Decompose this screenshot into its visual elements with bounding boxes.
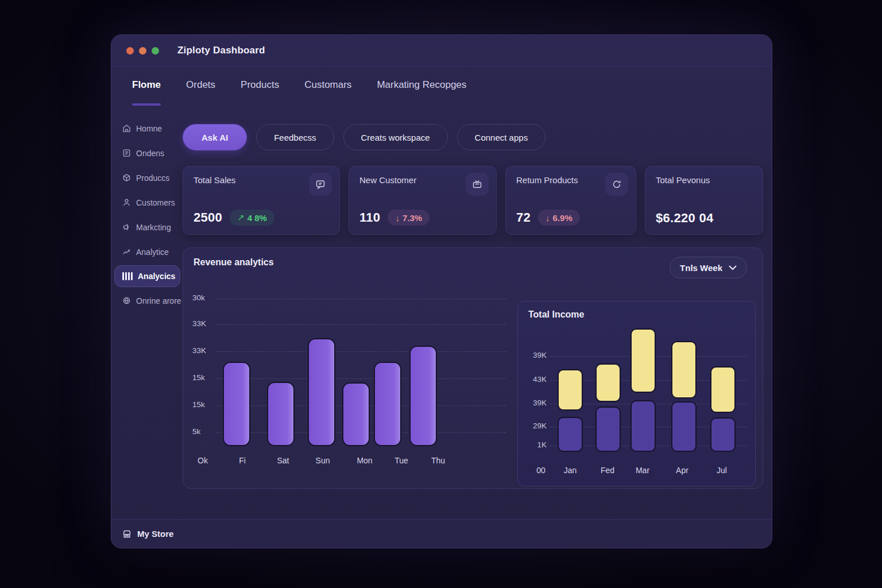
gridline	[216, 378, 506, 379]
y-axis-tick: 30k	[192, 293, 205, 302]
minimize-window-button[interactable]	[139, 47, 146, 55]
app-window: Ziploty Dashboard Flome Ordets Products …	[111, 34, 772, 548]
feedback-button[interactable]: Feedbecss	[256, 124, 334, 150]
stat-value: 72	[516, 210, 531, 225]
create-workspace-button[interactable]: Creats workspace	[343, 124, 448, 150]
stat-title: Total Pevonus	[656, 175, 752, 185]
sidebar-item-label: Onrine arore	[136, 296, 181, 305]
arrow-up-icon: ↗	[237, 212, 245, 223]
time-range-dropdown[interactable]: Tnls Week	[670, 257, 747, 278]
trend-badge: ↓6.9%	[538, 210, 580, 226]
stat-card-total-sales: Total Sales 2500 ↗4 8%	[183, 166, 340, 235]
revenue-bar	[308, 338, 335, 446]
y-axis-tick: 39K	[529, 399, 547, 407]
total-income-card: Total Income 39K43K39K29K1K00JanFedMarAp…	[517, 301, 756, 486]
sidebar-item-orders[interactable]: Ondens	[111, 141, 183, 165]
income-range-chart: 39K43K39K29K1K00JanFedMarAprJul	[518, 301, 755, 486]
time-range-value: Tnls Week	[680, 263, 722, 273]
gridline	[216, 351, 506, 352]
stat-icon-bubble[interactable]	[309, 173, 332, 196]
y-axis-tick: 39K	[529, 351, 547, 359]
y-axis-tick: 15k	[192, 373, 205, 382]
arrow-down-icon: ↓	[546, 213, 550, 223]
sidebar-item-label: Analytice	[136, 247, 169, 257]
titlebar: Ziploty Dashboard	[111, 35, 772, 67]
income-bar-lower	[595, 407, 621, 452]
x-axis-label: Mar	[636, 466, 649, 475]
gridline	[216, 299, 506, 299]
x-axis-label: Fi	[239, 456, 246, 465]
sidebar-item-customers[interactable]: Customers	[111, 190, 183, 215]
revenue-bar	[342, 382, 370, 446]
y-axis-tick: 33K	[192, 346, 206, 355]
y-axis-tick: 43K	[529, 375, 547, 384]
x-axis-label: Thu	[431, 456, 445, 465]
store-name: My Store	[137, 529, 173, 539]
connect-apps-button[interactable]: Connect apps	[457, 124, 546, 150]
main-content: Ask AI Feedbecss Creats workspace Connec…	[183, 107, 772, 520]
y-axis-tick: 15k	[192, 400, 205, 409]
chevron-down-icon	[729, 265, 737, 270]
sidebar-item-marketing[interactable]: Markcting	[111, 215, 183, 239]
y-axis-tick: 29K	[529, 421, 547, 430]
message-icon	[315, 179, 326, 189]
sidebar-item-analytice[interactable]: Analytice	[111, 239, 183, 264]
sidebar-item-analytics[interactable]: Analycics	[114, 265, 180, 287]
x-axis-label: Apr	[676, 466, 688, 475]
nav-item-marketing[interactable]: Markating Recopges	[377, 79, 466, 107]
nav-item-home[interactable]: Flome	[132, 79, 161, 107]
store-footer[interactable]: My Store	[111, 519, 772, 548]
income-bar-upper	[710, 366, 736, 413]
x-axis-label: Sat	[277, 456, 289, 465]
trend-badge: ↓7.3%	[388, 210, 430, 226]
user-icon	[122, 198, 131, 207]
stats-row: Total Sales 2500 ↗4 8% New Customer	[183, 166, 763, 235]
stat-card-return-products: Retum Products 72 ↓6.9%	[505, 166, 636, 235]
sidebar-item-label: Ondens	[136, 149, 164, 158]
x-axis-label: Sun	[316, 456, 330, 465]
arrow-down-icon: ↓	[395, 213, 400, 223]
orders-icon	[122, 149, 131, 157]
sidebar-item-home[interactable]: Homne	[111, 116, 183, 141]
stat-value: $6.220 04	[656, 211, 714, 226]
maximize-window-button[interactable]	[152, 47, 159, 55]
ask-ai-button[interactable]: Ask AI	[183, 124, 247, 150]
y-axis-tick: 1K	[529, 440, 547, 449]
revenue-bar	[409, 346, 437, 446]
tv-icon	[472, 179, 482, 189]
y-axis-tick: 33K	[192, 319, 206, 328]
gridline	[216, 324, 506, 325]
x-axis-label: Ok	[198, 456, 208, 465]
megaphone-icon	[122, 223, 131, 231]
store-icon	[122, 529, 131, 539]
x-axis-label: Mon	[357, 456, 372, 465]
sidebar-item-label: Customers	[136, 198, 175, 207]
trend-badge: ↗4 8%	[230, 210, 274, 226]
income-bar-upper	[671, 341, 697, 399]
x-axis-label: Tue	[394, 456, 408, 465]
close-window-button[interactable]	[126, 47, 134, 55]
refresh-icon	[612, 179, 622, 189]
stat-icon-bubble[interactable]	[605, 173, 628, 196]
revenue-bar	[267, 382, 295, 446]
x-axis-label: 00	[536, 466, 546, 475]
revenue-bar-chart: 30k33K33K15k15k5kOkFiSatSunMonTueThu	[183, 248, 517, 489]
window-title: Ziploty Dashboard	[177, 45, 265, 56]
income-bar-lower	[630, 400, 656, 452]
box-icon	[122, 173, 131, 182]
globe-icon	[122, 296, 131, 305]
nav-item-customers[interactable]: Customars	[304, 79, 351, 107]
income-bar-lower	[671, 401, 697, 452]
sidebar-item-online-store[interactable]: Onrine arore	[111, 288, 183, 313]
sidebar: Homne Ondens Produccs Customers Markctin…	[111, 107, 183, 520]
nav-item-orders[interactable]: Ordets	[186, 79, 215, 107]
income-bar-upper	[630, 328, 656, 393]
sidebar-item-label: Analycics	[138, 272, 175, 281]
sidebar-item-products[interactable]: Produccs	[111, 165, 183, 190]
stat-card-total-revenue: Total Pevonus $6.220 04	[645, 166, 763, 235]
income-bar-lower	[710, 417, 736, 452]
stat-icon-bubble[interactable]	[466, 173, 489, 196]
nav-item-products[interactable]: Products	[241, 79, 279, 107]
x-axis-label: Jan	[564, 466, 577, 475]
x-axis-label: Fed	[601, 466, 614, 475]
